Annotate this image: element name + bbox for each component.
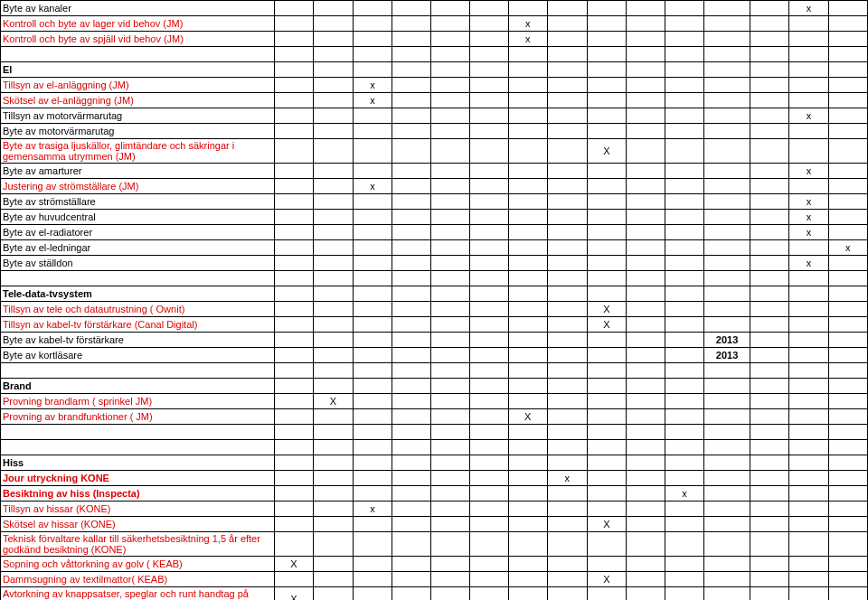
table-cell xyxy=(828,271,867,286)
table-cell xyxy=(508,440,548,455)
table-cell xyxy=(392,225,431,240)
table-cell xyxy=(789,271,828,286)
table-cell xyxy=(587,210,627,225)
row-label: Byte av kanaler xyxy=(1,1,275,16)
table-cell xyxy=(508,286,548,302)
table-cell xyxy=(430,32,469,47)
table-cell xyxy=(750,486,788,502)
table-cell: x xyxy=(548,471,588,486)
row-label: Byte av amarturer xyxy=(1,164,275,179)
table-cell xyxy=(627,286,665,302)
table-cell xyxy=(587,486,627,502)
table-cell xyxy=(508,348,548,363)
table-cell xyxy=(314,256,354,271)
table-cell xyxy=(353,557,392,572)
table-cell xyxy=(665,47,703,62)
table-row: Hiss xyxy=(1,455,868,471)
table-cell xyxy=(430,379,469,394)
table-cell xyxy=(627,333,665,348)
table-cell xyxy=(704,271,750,286)
table-cell xyxy=(392,425,431,440)
table-cell xyxy=(627,317,665,333)
table-cell xyxy=(704,62,750,78)
table-cell xyxy=(627,379,665,394)
table-cell xyxy=(789,471,828,486)
row-label: Avtorkning av knappsatser, speglar och r… xyxy=(1,587,275,601)
table-cell xyxy=(392,240,431,256)
table-row: Provning brandlarm ( sprinkel JM)X xyxy=(1,394,868,409)
table-cell xyxy=(828,1,867,16)
table-cell xyxy=(430,47,469,62)
table-cell xyxy=(274,225,314,240)
table-cell xyxy=(274,455,314,471)
table-cell xyxy=(627,194,665,210)
table-cell xyxy=(627,517,665,532)
table-cell xyxy=(587,194,627,210)
table-cell xyxy=(750,333,788,348)
table-cell xyxy=(789,409,828,425)
table-cell xyxy=(587,455,627,471)
table-row xyxy=(1,363,868,379)
table-cell xyxy=(353,425,392,440)
table-cell xyxy=(469,124,508,139)
table-cell xyxy=(274,271,314,286)
table-cell xyxy=(627,425,665,440)
table-cell xyxy=(828,179,867,194)
table-row: Byte av motorvärmarutag xyxy=(1,124,868,139)
table-cell xyxy=(353,302,392,317)
table-cell xyxy=(665,179,703,194)
table-cell xyxy=(430,363,469,379)
table-cell xyxy=(469,16,508,32)
table-cell xyxy=(750,394,788,409)
table-cell xyxy=(274,210,314,225)
table-cell xyxy=(627,557,665,572)
table-cell xyxy=(750,124,788,139)
table-cell xyxy=(392,62,431,78)
table-cell xyxy=(828,517,867,532)
table-cell xyxy=(314,557,354,572)
table-cell xyxy=(469,47,508,62)
table-cell xyxy=(627,302,665,317)
table-cell xyxy=(469,348,508,363)
table-cell: 2013 xyxy=(704,333,750,348)
row-label: Byte av ställdon xyxy=(1,256,275,271)
table-cell xyxy=(789,394,828,409)
table-cell xyxy=(548,225,588,240)
table-cell xyxy=(587,62,627,78)
table-cell xyxy=(665,471,703,486)
table-cell xyxy=(789,557,828,572)
row-label: Hiss xyxy=(1,455,275,471)
table-cell xyxy=(548,317,588,333)
table-cell xyxy=(392,455,431,471)
table-cell xyxy=(548,333,588,348)
table-cell xyxy=(750,32,788,47)
table-cell xyxy=(665,78,703,93)
table-row: Tillsyn av tele och datautrustning ( Own… xyxy=(1,302,868,317)
table-cell: X xyxy=(508,409,548,425)
table-cell xyxy=(274,286,314,302)
table-cell: x xyxy=(508,16,548,32)
table-cell xyxy=(548,179,588,194)
table-row: Justering av strömställare (JM)x xyxy=(1,179,868,194)
table-cell xyxy=(314,302,354,317)
table-cell xyxy=(314,587,354,601)
table-cell xyxy=(627,47,665,62)
table-cell xyxy=(704,532,750,557)
row-label: Justering av strömställare (JM) xyxy=(1,179,275,194)
table-cell xyxy=(627,1,665,16)
table-cell xyxy=(392,517,431,532)
table-row xyxy=(1,440,868,455)
table-row: Teknisk förvaltare kallar till säkerhets… xyxy=(1,532,868,557)
table-cell xyxy=(828,286,867,302)
table-cell xyxy=(274,471,314,486)
table-cell xyxy=(430,557,469,572)
table-cell: x xyxy=(789,225,828,240)
table-cell xyxy=(548,394,588,409)
table-cell xyxy=(704,32,750,47)
table-cell xyxy=(392,286,431,302)
row-label xyxy=(1,47,275,62)
table-cell xyxy=(430,486,469,502)
table-cell xyxy=(508,532,548,557)
table-row: Byte av kortläsare2013 xyxy=(1,348,868,363)
table-cell xyxy=(430,286,469,302)
